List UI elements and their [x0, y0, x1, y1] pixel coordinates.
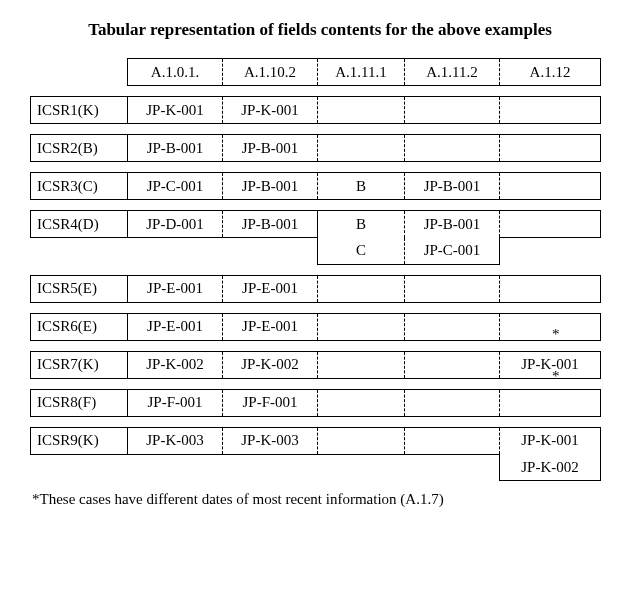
cell: [318, 427, 405, 454]
cell: [318, 389, 405, 416]
cell: [500, 313, 601, 340]
col-header: A.1.11.1: [318, 59, 405, 86]
row-label: ICSR9(K): [31, 427, 128, 454]
table-row: JP-K-002: [31, 454, 601, 481]
cell: [500, 173, 601, 200]
cell: JP-K-001: [500, 427, 601, 454]
cell: JP-B-001: [405, 211, 500, 238]
cell: [405, 97, 500, 124]
page-title: Tabular representation of fields content…: [10, 20, 630, 40]
cell: JP-E-001: [128, 313, 223, 340]
fields-table: A.1.0.1. A.1.10.2 A.1.11.1 A.1.11.2 A.1.…: [30, 58, 601, 481]
row-label: ICSR4(D): [31, 211, 128, 238]
row-label: ICSR6(E): [31, 313, 128, 340]
cell: [405, 135, 500, 162]
row-label: ICSR5(E): [31, 275, 128, 302]
table-header-row: A.1.0.1. A.1.10.2 A.1.11.1 A.1.11.2 A.1.…: [31, 59, 601, 86]
cell: JP-C-001: [405, 238, 500, 265]
cell: [500, 135, 601, 162]
cell: [405, 351, 500, 378]
cell: B: [318, 211, 405, 238]
table-row: ICSR6(E) JP-E-001 JP-E-001: [31, 313, 601, 340]
cell: [405, 427, 500, 454]
cell: [318, 97, 405, 124]
table-row: ICSR8(F) JP-F-001 JP-F-001: [31, 389, 601, 416]
cell: JP-K-003: [223, 427, 318, 454]
col-header: A.1.12: [500, 59, 601, 86]
cell: [500, 275, 601, 302]
col-header: A.1.10.2: [223, 59, 318, 86]
asterisk-icon: *: [552, 326, 560, 343]
cell: [318, 135, 405, 162]
cell: JP-B-001: [405, 173, 500, 200]
cell: [405, 275, 500, 302]
table-row: ICSR9(K) JP-K-003 JP-K-003 JP-K-001: [31, 427, 601, 454]
table-row: ICSR5(E) JP-E-001 JP-E-001: [31, 275, 601, 302]
table-row: ICSR7(K) JP-K-002 JP-K-002 JP-K-001: [31, 351, 601, 378]
row-label: ICSR1(K): [31, 97, 128, 124]
cell: B: [318, 173, 405, 200]
table-row: ICSR2(B) JP-B-001 JP-B-001: [31, 135, 601, 162]
cell: [500, 97, 601, 124]
cell: JP-B-001: [223, 135, 318, 162]
cell: JP-E-001: [223, 313, 318, 340]
table-row: ICSR3(C) JP-C-001 JP-B-001 B JP-B-001: [31, 173, 601, 200]
cell: [318, 313, 405, 340]
cell: JP-K-003: [128, 427, 223, 454]
cell: [500, 389, 601, 416]
cell: JP-E-001: [128, 275, 223, 302]
cell: JP-B-001: [128, 135, 223, 162]
cell: [500, 211, 601, 238]
cell: JP-K-002: [128, 351, 223, 378]
row-label: ICSR8(F): [31, 389, 128, 416]
cell: JP-C-001: [128, 173, 223, 200]
cell: [318, 275, 405, 302]
cell: [318, 351, 405, 378]
footnote: *These cases have different dates of mos…: [32, 491, 630, 508]
cell: JP-E-001: [223, 275, 318, 302]
cell: JP-K-001: [223, 97, 318, 124]
row-label: ICSR7(K): [31, 351, 128, 378]
asterisk-icon: *: [552, 368, 560, 385]
cell: JP-B-001: [223, 173, 318, 200]
cell: C: [318, 238, 405, 265]
cell: JP-F-001: [128, 389, 223, 416]
cell: JP-K-001: [128, 97, 223, 124]
row-label: ICSR2(B): [31, 135, 128, 162]
cell: JP-K-002: [223, 351, 318, 378]
table-row: C JP-C-001: [31, 238, 601, 265]
col-header: A.1.11.2: [405, 59, 500, 86]
cell: JP-B-001: [223, 211, 318, 238]
table-row: ICSR4(D) JP-D-001 JP-B-001 B JP-B-001: [31, 211, 601, 238]
cell: JP-D-001: [128, 211, 223, 238]
cell: JP-K-002: [500, 454, 601, 481]
col-header: A.1.0.1.: [128, 59, 223, 86]
cell: JP-F-001: [223, 389, 318, 416]
cell: [405, 389, 500, 416]
table-row: ICSR1(K) JP-K-001 JP-K-001: [31, 97, 601, 124]
cell: [405, 313, 500, 340]
row-label: ICSR3(C): [31, 173, 128, 200]
cell: JP-K-001: [500, 351, 601, 378]
